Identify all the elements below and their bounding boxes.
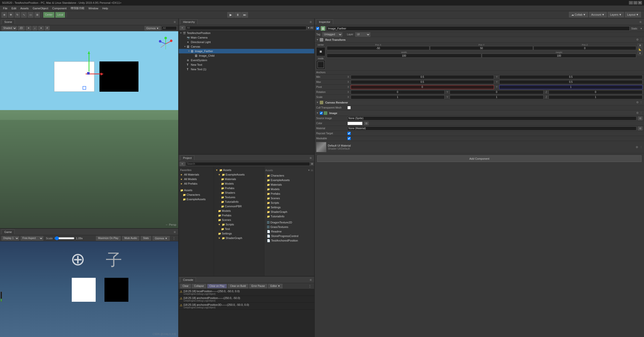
- min-y-input[interactable]: [499, 75, 642, 79]
- inspector-tab[interactable]: Inspector: [316, 19, 333, 24]
- close-button[interactable]: ✕: [638, 1, 642, 5]
- console-editor-button[interactable]: Editor ▼: [268, 284, 282, 288]
- posx-input[interactable]: [327, 46, 430, 50]
- console-row-2[interactable]: ⚠ [18:25:18] anchoredPosition——(250.0, -…: [179, 296, 314, 303]
- rot-z-input[interactable]: [549, 90, 642, 94]
- hier-item-text1[interactable]: T New Text: [179, 62, 314, 67]
- hierarchy-content[interactable]: ▼ 🎬 TestAnchorPosition 📷 Main Camera ☀ D…: [179, 31, 314, 154]
- posz-input[interactable]: [533, 46, 636, 50]
- min-x-input[interactable]: [351, 75, 494, 79]
- project-main-files[interactable]: Assets ▼ 11 📁 Characters 📁 ExampleAssets…: [264, 167, 314, 276]
- game-tab[interactable]: Game: [2, 229, 15, 234]
- console-tab[interactable]: Console: [180, 277, 196, 282]
- console-menu-button[interactable]: ≡: [309, 278, 313, 282]
- project-assets-tree[interactable]: ▼ 📁 Assets ▼ 📁 ExampleAssets 📁 Materials: [214, 167, 264, 276]
- color-picker-btn[interactable]: ⊙: [364, 122, 369, 125]
- maximize-on-play-button[interactable]: Maximize On Play: [96, 236, 121, 241]
- shading-mode-dropdown[interactable]: Shaded: [2, 26, 17, 30]
- scene-search-input[interactable]: [162, 26, 177, 30]
- menu-assets[interactable]: Assets: [18, 6, 31, 10]
- object-name-input[interactable]: [327, 26, 630, 31]
- console-row-1[interactable]: ⚠ [18:25:18] localPosition——(250.0, -50.…: [179, 289, 314, 296]
- hier-item-camera[interactable]: 📷 Main Camera: [179, 35, 314, 40]
- project-add-button[interactable]: +: [180, 162, 185, 166]
- grid-button[interactable]: #: [45, 26, 50, 30]
- layers-button[interactable]: Layers ▼: [608, 12, 624, 17]
- game-gizmos-button[interactable]: Gizmos ▼: [153, 236, 170, 241]
- lighting-button[interactable]: ☀: [26, 26, 31, 30]
- console-content[interactable]: ⚠ [18:25:18] localPosition——(250.0, -50.…: [179, 289, 314, 337]
- proj-tree-assets[interactable]: ▼ 📁 Assets: [214, 168, 264, 172]
- toolbar-scale-btn[interactable]: ⤡: [21, 12, 27, 18]
- proj-models-main[interactable]: 📁 Models: [265, 187, 313, 191]
- hier-item-root[interactable]: ▼ 🎬 TestAnchorPosition: [179, 31, 314, 35]
- proj-scripts-main[interactable]: 📁 Scripts: [265, 200, 313, 205]
- proj-tree-settings[interactable]: 📁 Settings: [214, 231, 264, 236]
- mute-audio-button[interactable]: Mute Audio: [122, 236, 139, 241]
- max-x-input[interactable]: [351, 80, 494, 84]
- 2d-toggle[interactable]: 2D: [18, 26, 25, 30]
- canvas-settings-icon[interactable]: ⚙: [636, 101, 639, 104]
- proj-assets-root[interactable]: 📁 Assets: [179, 188, 214, 192]
- menu-file[interactable]: File: [1, 6, 10, 10]
- scale-slider[interactable]: [54, 236, 75, 240]
- console-clear-on-build-button[interactable]: Clear on Build: [228, 284, 248, 288]
- proj-tree-scenes[interactable]: 📁 Scenes: [214, 218, 264, 222]
- proj-settings-main[interactable]: 📁 Settings: [265, 205, 313, 210]
- hierarchy-menu-button[interactable]: ≡: [309, 20, 313, 24]
- layout-button[interactable]: Layout ▼: [625, 12, 641, 17]
- scale-z-input[interactable]: [549, 95, 642, 99]
- hier-item-image-farther[interactable]: ▼ 🖼 Image_Farther: [179, 49, 314, 53]
- color-swatch[interactable]: [347, 122, 363, 125]
- canvas-renderer-header[interactable]: ▼ Canvas Renderer ⚙ ⋮: [315, 100, 644, 105]
- step-button[interactable]: ⏭: [241, 12, 248, 18]
- toolbar-move-btn[interactable]: ✥: [8, 12, 14, 18]
- hier-item-image-child[interactable]: 🖼 Image_Child: [179, 53, 314, 58]
- console-clear-button[interactable]: Clear: [180, 284, 191, 288]
- rect-blueprint-btn[interactable]: 📐: [638, 48, 642, 51]
- account-button[interactable]: Account ▼: [589, 12, 607, 17]
- toolbar-rect-btn[interactable]: ▭: [28, 12, 33, 18]
- center-button[interactable]: Center: [43, 12, 54, 18]
- image-overflow-icon[interactable]: ⋮: [640, 111, 642, 115]
- proj-exampleassets-main[interactable]: 📁 ExampleAssets: [265, 178, 313, 182]
- proj-tree-scripts[interactable]: ▼ 📁 Scripts: [214, 222, 264, 227]
- scene-menu-button[interactable]: ≡: [173, 20, 177, 24]
- max-y-input[interactable]: [499, 80, 642, 84]
- canvas-overflow-icon[interactable]: ⋮: [640, 101, 642, 104]
- material-picker[interactable]: ⊙: [638, 126, 642, 130]
- collab-button[interactable]: ☁ Collab ▼: [569, 12, 588, 17]
- rect-overflow-icon[interactable]: ⋮: [640, 38, 642, 41]
- console-error-pause-button[interactable]: Error Pause: [249, 284, 267, 288]
- layer-dropdown[interactable]: UI: [355, 32, 370, 37]
- proj-readme[interactable]: 📄 Readme: [265, 229, 313, 234]
- menu-edit[interactable]: Edit: [10, 6, 18, 10]
- window-controls[interactable]: − □ ✕: [629, 1, 642, 5]
- posy-input[interactable]: [430, 46, 533, 50]
- menu-help[interactable]: Help: [100, 6, 110, 10]
- proj-tree-models[interactable]: 📁 Models: [214, 181, 264, 186]
- menu-gameobject[interactable]: GameObject: [31, 6, 50, 10]
- hier-item-light[interactable]: ☀ Directional Light: [179, 40, 314, 44]
- gizmos-button[interactable]: Gizmos ▼: [145, 26, 161, 30]
- source-image-picker[interactable]: ⊙: [638, 116, 642, 120]
- pivot-y-input[interactable]: [499, 85, 642, 89]
- proj-tree-textures-ea[interactable]: 📁 Textures: [214, 195, 264, 199]
- rect-transform-header[interactable]: ▼ Rect Transform ⚙ ⋮: [315, 37, 644, 43]
- cull-checkbox[interactable]: [347, 106, 351, 109]
- menu-enhanced[interactable]: 增强版功能: [68, 6, 86, 11]
- raycast-checkbox[interactable]: [347, 132, 351, 135]
- proj-tree-commonpbr[interactable]: 📁 CommonPBR: [214, 204, 264, 209]
- maximize-button[interactable]: □: [633, 1, 637, 5]
- tag-dropdown[interactable]: Untagged: [322, 32, 342, 37]
- scale-y-input[interactable]: [450, 95, 544, 99]
- proj-stoneprogresscontrol[interactable]: 📄 StoneProgressControl: [265, 234, 313, 238]
- menu-component[interactable]: Component: [50, 6, 68, 10]
- rot-x-input[interactable]: [351, 90, 445, 94]
- proj-characters-main[interactable]: 📁 Characters: [265, 173, 313, 178]
- game-panel-menu[interactable]: ⋮: [171, 236, 177, 240]
- proj-shadergraph-main[interactable]: 📁 ShaderGraph: [265, 210, 313, 214]
- pause-button[interactable]: ⏸: [234, 12, 241, 18]
- width-input[interactable]: [327, 54, 481, 58]
- rot-y-input[interactable]: [450, 90, 544, 94]
